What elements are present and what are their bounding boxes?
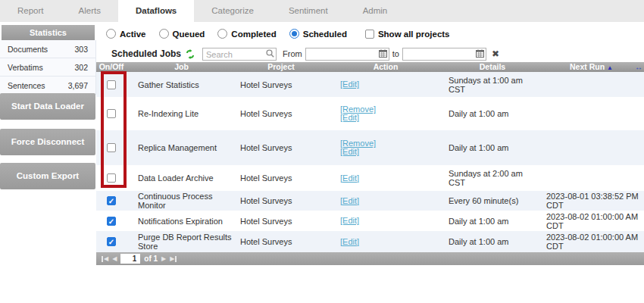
job-name: Replica Management <box>127 143 236 152</box>
stat-label: Verbatims <box>8 63 43 72</box>
job-details: Sundays at 1:00 am CST <box>445 76 539 94</box>
calendar-icon[interactable] <box>379 49 387 58</box>
radio-queued-label: Queued <box>173 30 205 39</box>
table-row: Replica Management Hotel Surveys [Remove… <box>96 130 644 165</box>
table-row: Re-Indexing Lite Hotel Surveys [Remove] … <box>96 97 644 130</box>
radio-scheduled-label: Scheduled <box>303 30 347 39</box>
edit-link[interactable]: [Edit] <box>340 174 359 183</box>
job-details: Every 60 minute(s) <box>445 196 539 205</box>
stat-value: 303 <box>74 45 88 54</box>
edit-link[interactable]: [Edit] <box>340 238 359 246</box>
show-all-projects-checkbox[interactable]: Show all projects <box>365 30 450 39</box>
force-disconnect-button[interactable]: Force Disconnect <box>0 129 95 155</box>
job-details: Sundays at 2:00 am CST <box>445 169 539 187</box>
job-next-run: 2023-08-02 01:00:00 AM CDT <box>539 233 643 251</box>
clear-dates-icon[interactable]: ✖ <box>492 49 499 58</box>
job-name: Gather Statistics <box>127 80 236 89</box>
job-details: Daily at 1:00 am <box>445 109 539 118</box>
tab-categorize[interactable]: Categorize <box>194 0 271 22</box>
from-date-input[interactable] <box>305 48 389 61</box>
job-details: Daily at 1:00 am <box>445 237 539 246</box>
radio-queued-input[interactable] <box>159 29 169 39</box>
column-header-nextrun[interactable]: Next Run▲ <box>539 62 643 72</box>
from-date-wrap <box>305 47 389 61</box>
search-field-wrap <box>202 47 277 61</box>
calendar-icon[interactable] <box>476 49 484 58</box>
job-onoff-checkbox[interactable] <box>107 109 116 118</box>
edit-link[interactable]: [Edit] <box>340 217 359 225</box>
radio-scheduled-input[interactable] <box>289 29 299 39</box>
job-name: Re-Indexing Lite <box>127 109 236 118</box>
column-header-onoff[interactable]: On/Off <box>96 62 127 72</box>
column-header-nextrun-label: Next Run <box>570 62 605 71</box>
job-name: Purge DB Report Results Store <box>127 233 236 251</box>
page-number-input[interactable] <box>120 254 140 264</box>
tab-alerts[interactable]: Alerts <box>61 0 118 22</box>
job-next-run: 2023-08-02 01:00:00 AM CDT <box>539 212 643 230</box>
job-onoff-checkbox[interactable] <box>107 143 116 152</box>
column-header-project[interactable]: Project <box>236 62 326 72</box>
stat-value: 3,697 <box>68 81 88 90</box>
top-tab-bar: Report Alerts Dataflows Categorize Senti… <box>0 0 644 22</box>
table-row: Notifications Expiration Hotel Surveys [… <box>96 211 644 231</box>
statistics-header: Statistics <box>2 25 95 40</box>
job-onoff-checkbox[interactable] <box>107 196 116 205</box>
stat-label: Documents <box>8 45 48 54</box>
stat-row-verbatims: Verbatims 302 <box>0 58 96 77</box>
edit-link[interactable]: [Edit] <box>340 148 376 156</box>
radio-queued[interactable]: Queued <box>159 29 205 39</box>
tab-sentiment[interactable]: Sentiment <box>271 0 345 22</box>
radio-active-label: Active <box>120 30 146 39</box>
next-page-icon[interactable]: ▶ <box>161 252 166 265</box>
job-project: Hotel Surveys <box>236 80 326 89</box>
job-next-run: 2023-08-01 03:38:52 PM CDT <box>539 192 643 210</box>
job-details: Daily at 1:00 am <box>445 217 539 226</box>
table-row: Gather Statistics Hotel Surveys [Edit] S… <box>96 72 644 97</box>
job-onoff-checkbox[interactable] <box>107 173 116 183</box>
radio-active[interactable]: Active <box>106 29 146 39</box>
radio-completed[interactable]: Completed <box>217 29 276 39</box>
table-header-row: On/Off Job Project Action Details Next R… <box>96 62 644 72</box>
edit-link[interactable]: [Edit] <box>340 114 376 122</box>
edit-link[interactable]: [Edit] <box>340 80 359 89</box>
table-row: Continuous Process Monitor Hotel Surveys… <box>96 191 644 211</box>
first-page-icon[interactable]: ◀ <box>102 252 108 265</box>
edit-link[interactable]: [Edit] <box>340 197 359 205</box>
column-header-action[interactable]: Action <box>326 62 445 72</box>
scheduled-jobs-title: Scheduled Jobs <box>111 48 181 59</box>
pagination-bar: ◀ ◀ of 1 ▶ ▶ <box>96 252 644 265</box>
from-label: From <box>283 49 302 58</box>
start-data-loader-button[interactable]: Start Data Loader <box>0 93 95 120</box>
job-onoff-checkbox[interactable] <box>107 237 116 246</box>
radio-completed-input[interactable] <box>217 29 227 39</box>
main-content: Active Queued Completed Scheduled Show a… <box>96 22 644 303</box>
job-project: Hotel Surveys <box>236 143 326 152</box>
to-date-wrap <box>402 47 486 61</box>
tab-dataflows[interactable]: Dataflows <box>118 0 194 22</box>
tab-report[interactable]: Report <box>0 0 61 22</box>
job-name: Notifications Expiration <box>127 217 236 226</box>
stat-label: Sentences <box>8 81 45 90</box>
job-details: Daily at 1:00 am <box>445 143 539 152</box>
custom-export-button[interactable]: Custom Export <box>0 163 95 189</box>
column-header-job[interactable]: Job <box>127 62 236 72</box>
stat-value: 302 <box>74 63 88 72</box>
to-date-input[interactable] <box>402 48 486 61</box>
sort-asc-icon: ▲ <box>607 64 613 71</box>
search-icon <box>266 49 274 58</box>
job-onoff-checkbox[interactable] <box>107 217 116 226</box>
column-resize-icon[interactable]: ↔ <box>635 62 642 72</box>
job-name: Data Loader Archive <box>127 173 236 183</box>
refresh-icon[interactable] <box>185 49 195 59</box>
prev-page-icon[interactable]: ◀ <box>112 252 117 265</box>
table-row: Data Loader Archive Hotel Surveys [Edit]… <box>96 165 644 191</box>
job-onoff-checkbox[interactable] <box>107 80 116 89</box>
job-project: Hotel Surveys <box>236 173 326 183</box>
column-header-details[interactable]: Details <box>445 62 539 72</box>
radio-active-input[interactable] <box>106 29 116 39</box>
stat-row-documents: Documents 303 <box>0 40 96 58</box>
radio-scheduled[interactable]: Scheduled <box>289 29 347 39</box>
tab-admin[interactable]: Admin <box>345 0 405 22</box>
show-all-projects-input[interactable] <box>365 30 374 39</box>
last-page-icon[interactable]: ▶ <box>170 252 177 265</box>
